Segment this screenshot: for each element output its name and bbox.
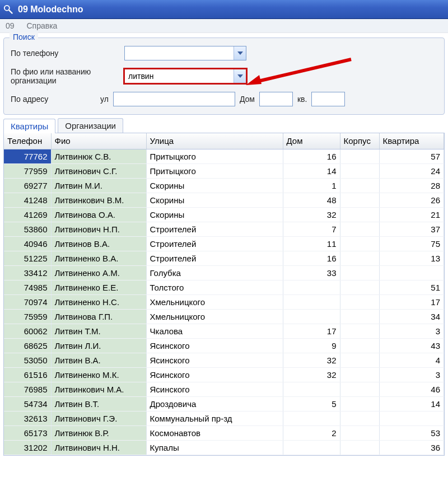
table-cell[interactable] [340,382,379,396]
table-cell[interactable]: Хмельницкого [146,309,283,324]
table-cell[interactable]: Литвиненко Е.Е. [51,280,146,294]
table-cell[interactable] [379,265,444,280]
table-cell[interactable]: Купалы [146,440,283,455]
menu-help[interactable]: Справка [26,21,57,30]
table-row[interactable]: 65173Литвинюк В.Р.Космонавтов253 [4,425,444,440]
table-cell[interactable]: 14 [379,396,444,411]
table-cell[interactable] [283,440,340,455]
table-cell[interactable]: Притыцкого [146,163,283,178]
table-row[interactable]: 31202Литвинович Н.Н.Купалы36 [4,440,444,455]
table-cell[interactable]: Литвинова О.А. [51,207,146,222]
house-input[interactable] [259,92,293,106]
table-cell[interactable]: Литвинович Г.Э. [51,411,146,425]
table-cell[interactable]: 46 [379,382,444,396]
tab-apartments[interactable]: Квартиры [3,119,55,133]
table-cell[interactable]: Скорины [146,193,283,207]
table-cell[interactable] [340,324,379,338]
table-cell[interactable]: 36 [379,440,444,455]
table-row[interactable]: 33412Литвиненко А.М.Голубка33 [4,265,444,280]
table-cell[interactable] [340,149,379,163]
table-cell[interactable]: 77762 [4,149,51,163]
table-cell[interactable]: 32 [283,353,340,367]
table-cell[interactable]: 32 [283,207,340,222]
table-cell[interactable]: 61516 [4,367,51,382]
table-cell[interactable]: 65173 [4,425,51,440]
table-cell[interactable]: 37 [379,222,444,236]
table-cell[interactable]: 54734 [4,396,51,411]
table-row[interactable]: 61516Литвиненко М.К.Ясинского323 [4,367,444,382]
table-cell[interactable]: Литвин Т.М. [51,324,146,338]
table-cell[interactable]: Литвиненко А.М. [51,265,146,280]
table-cell[interactable]: 13 [379,251,444,265]
table-cell[interactable]: 9 [283,338,340,353]
table-cell[interactable]: 41248 [4,193,51,207]
table-cell[interactable]: Литвинович Н.Н. [51,440,146,455]
table-cell[interactable]: 17 [283,324,340,338]
name-combo[interactable] [124,69,246,83]
table-cell[interactable]: Ясинского [146,382,283,396]
col-header-house[interactable]: Дом [283,133,340,149]
table-cell[interactable]: 69277 [4,178,51,193]
table-cell[interactable] [340,193,379,207]
table-cell[interactable]: Хмельницкого [146,294,283,309]
table-cell[interactable] [340,309,379,324]
table-cell[interactable]: Литвин М.И. [51,178,146,193]
table-row[interactable]: 76985Литвинкович М.А.Ясинского46 [4,382,444,396]
table-cell[interactable]: Литвинович С.Г. [51,163,146,178]
name-input[interactable] [125,69,234,83]
table-cell[interactable]: Литвин В.А. [51,353,146,367]
table-cell[interactable]: Строителей [146,251,283,265]
table-cell[interactable] [340,178,379,193]
table-cell[interactable] [283,309,340,324]
table-cell[interactable]: 24 [379,163,444,178]
table-row[interactable]: 51225Литвиненко В.А.Строителей1613 [4,251,444,265]
street-input[interactable] [113,92,235,106]
table-cell[interactable]: 28 [379,178,444,193]
table-row[interactable]: 53860Литвинович Н.П.Строителей737 [4,222,444,236]
table-cell[interactable]: Скорины [146,178,283,193]
table-cell[interactable]: 74985 [4,280,51,294]
phone-dropdown-btn[interactable] [234,46,246,60]
col-header-fio[interactable]: Фио [51,133,146,149]
table-row[interactable]: 32613Литвинович Г.Э.Коммунальный пр-зд [4,411,444,425]
table-cell[interactable]: 14 [283,163,340,178]
table-row[interactable]: 77762Литвинюк С.В.Притыцкого1657 [4,149,444,163]
table-cell[interactable]: Литвинова Г.П. [51,309,146,324]
table-cell[interactable]: Литвиненко В.А. [51,251,146,265]
table-row[interactable]: 41248Литвинкович В.М.Скорины4826 [4,193,444,207]
table-cell[interactable]: 3 [379,324,444,338]
table-cell[interactable]: 76985 [4,382,51,396]
table-cell[interactable]: 53050 [4,353,51,367]
table-cell[interactable]: Голубка [146,265,283,280]
table-cell[interactable] [340,280,379,294]
table-cell[interactable] [340,440,379,455]
tab-organizations[interactable]: Организации [58,118,123,133]
table-cell[interactable]: Литвин Л.И. [51,338,146,353]
table-cell[interactable]: 60062 [4,324,51,338]
table-cell[interactable] [283,280,340,294]
table-cell[interactable]: Литвин В.Т. [51,396,146,411]
table-cell[interactable] [340,396,379,411]
table-row[interactable]: 41269Литвинова О.А.Скорины3221 [4,207,444,222]
table-cell[interactable]: 16 [283,149,340,163]
table-cell[interactable]: 68625 [4,338,51,353]
table-cell[interactable] [340,163,379,178]
table-cell[interactable]: Коммунальный пр-зд [146,411,283,425]
table-cell[interactable]: Дроздовича [146,396,283,411]
table-cell[interactable]: 53 [379,425,444,440]
col-header-flat[interactable]: Квартира [379,133,444,149]
table-cell[interactable]: 26 [379,193,444,207]
table-cell[interactable] [340,265,379,280]
name-dropdown-btn[interactable] [234,69,246,83]
table-cell[interactable]: 48 [283,193,340,207]
table-cell[interactable]: 34 [379,309,444,324]
table-cell[interactable] [340,425,379,440]
table-row[interactable]: 70974Литвиненко Н.С.Хмельницкого17 [4,294,444,309]
table-cell[interactable] [283,294,340,309]
col-header-street[interactable]: Улица [146,133,283,149]
phone-input[interactable] [125,46,234,60]
col-header-tel[interactable]: Телефон [4,133,51,149]
table-cell[interactable]: Литвинов В.А. [51,236,146,251]
table-cell[interactable] [340,411,379,425]
table-cell[interactable] [283,411,340,425]
